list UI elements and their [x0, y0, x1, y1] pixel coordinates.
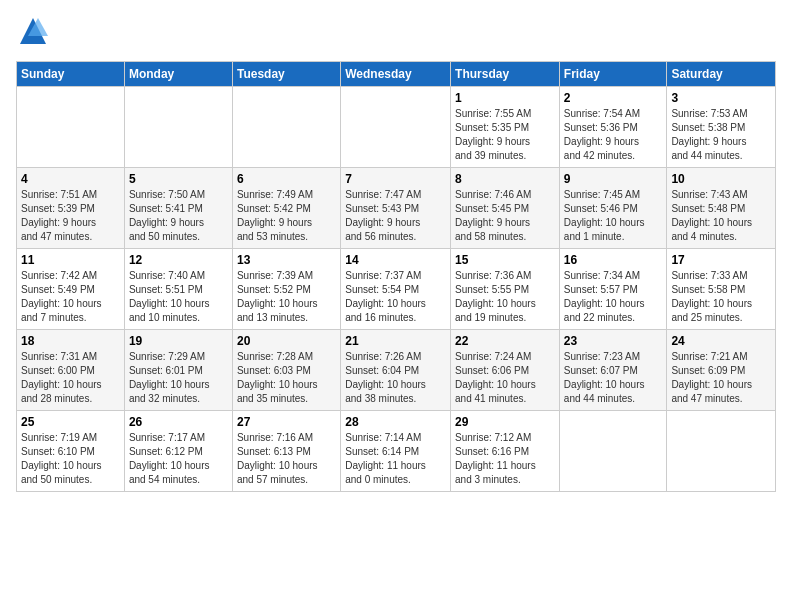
calendar-cell [341, 87, 451, 168]
calendar-cell [667, 411, 776, 492]
day-info: Sunrise: 7:28 AMSunset: 6:03 PMDaylight:… [237, 350, 336, 406]
day-number: 3 [671, 91, 771, 105]
day-info: Sunrise: 7:42 AMSunset: 5:49 PMDaylight:… [21, 269, 120, 325]
day-info: Sunrise: 7:43 AMSunset: 5:48 PMDaylight:… [671, 188, 771, 244]
calendar-cell: 12Sunrise: 7:40 AMSunset: 5:51 PMDayligh… [124, 249, 232, 330]
calendar-day-header: Friday [559, 62, 667, 87]
calendar-cell: 29Sunrise: 7:12 AMSunset: 6:16 PMDayligh… [451, 411, 560, 492]
day-number: 26 [129, 415, 228, 429]
calendar-cell: 18Sunrise: 7:31 AMSunset: 6:00 PMDayligh… [17, 330, 125, 411]
day-info: Sunrise: 7:24 AMSunset: 6:06 PMDaylight:… [455, 350, 555, 406]
day-info: Sunrise: 7:40 AMSunset: 5:51 PMDaylight:… [129, 269, 228, 325]
calendar-cell: 15Sunrise: 7:36 AMSunset: 5:55 PMDayligh… [451, 249, 560, 330]
page-header [16, 16, 776, 51]
day-info: Sunrise: 7:39 AMSunset: 5:52 PMDaylight:… [237, 269, 336, 325]
calendar-cell: 7Sunrise: 7:47 AMSunset: 5:43 PMDaylight… [341, 168, 451, 249]
day-info: Sunrise: 7:54 AMSunset: 5:36 PMDaylight:… [564, 107, 663, 163]
day-number: 28 [345, 415, 446, 429]
calendar-cell: 13Sunrise: 7:39 AMSunset: 5:52 PMDayligh… [232, 249, 340, 330]
day-number: 1 [455, 91, 555, 105]
calendar-cell: 5Sunrise: 7:50 AMSunset: 5:41 PMDaylight… [124, 168, 232, 249]
calendar-cell: 24Sunrise: 7:21 AMSunset: 6:09 PMDayligh… [667, 330, 776, 411]
calendar-table: SundayMondayTuesdayWednesdayThursdayFrid… [16, 61, 776, 492]
calendar-week-row: 11Sunrise: 7:42 AMSunset: 5:49 PMDayligh… [17, 249, 776, 330]
day-number: 27 [237, 415, 336, 429]
calendar-cell: 8Sunrise: 7:46 AMSunset: 5:45 PMDaylight… [451, 168, 560, 249]
calendar-day-header: Saturday [667, 62, 776, 87]
day-number: 17 [671, 253, 771, 267]
day-info: Sunrise: 7:37 AMSunset: 5:54 PMDaylight:… [345, 269, 446, 325]
calendar-cell: 4Sunrise: 7:51 AMSunset: 5:39 PMDaylight… [17, 168, 125, 249]
calendar-cell: 10Sunrise: 7:43 AMSunset: 5:48 PMDayligh… [667, 168, 776, 249]
calendar-day-header: Monday [124, 62, 232, 87]
day-number: 2 [564, 91, 663, 105]
calendar-cell: 16Sunrise: 7:34 AMSunset: 5:57 PMDayligh… [559, 249, 667, 330]
logo-text [16, 16, 48, 51]
day-number: 23 [564, 334, 663, 348]
calendar-cell: 17Sunrise: 7:33 AMSunset: 5:58 PMDayligh… [667, 249, 776, 330]
day-info: Sunrise: 7:19 AMSunset: 6:10 PMDaylight:… [21, 431, 120, 487]
calendar-day-header: Sunday [17, 62, 125, 87]
day-info: Sunrise: 7:50 AMSunset: 5:41 PMDaylight:… [129, 188, 228, 244]
day-info: Sunrise: 7:21 AMSunset: 6:09 PMDaylight:… [671, 350, 771, 406]
day-number: 21 [345, 334, 446, 348]
day-info: Sunrise: 7:17 AMSunset: 6:12 PMDaylight:… [129, 431, 228, 487]
calendar-cell: 1Sunrise: 7:55 AMSunset: 5:35 PMDaylight… [451, 87, 560, 168]
logo [16, 16, 48, 51]
day-number: 10 [671, 172, 771, 186]
day-info: Sunrise: 7:23 AMSunset: 6:07 PMDaylight:… [564, 350, 663, 406]
calendar-cell: 11Sunrise: 7:42 AMSunset: 5:49 PMDayligh… [17, 249, 125, 330]
calendar-header-row: SundayMondayTuesdayWednesdayThursdayFrid… [17, 62, 776, 87]
day-info: Sunrise: 7:55 AMSunset: 5:35 PMDaylight:… [455, 107, 555, 163]
calendar-cell: 23Sunrise: 7:23 AMSunset: 6:07 PMDayligh… [559, 330, 667, 411]
day-info: Sunrise: 7:36 AMSunset: 5:55 PMDaylight:… [455, 269, 555, 325]
day-number: 7 [345, 172, 446, 186]
calendar-cell: 25Sunrise: 7:19 AMSunset: 6:10 PMDayligh… [17, 411, 125, 492]
day-info: Sunrise: 7:46 AMSunset: 5:45 PMDaylight:… [455, 188, 555, 244]
day-number: 12 [129, 253, 228, 267]
calendar-cell: 9Sunrise: 7:45 AMSunset: 5:46 PMDaylight… [559, 168, 667, 249]
calendar-cell: 26Sunrise: 7:17 AMSunset: 6:12 PMDayligh… [124, 411, 232, 492]
calendar-week-row: 18Sunrise: 7:31 AMSunset: 6:00 PMDayligh… [17, 330, 776, 411]
calendar-cell: 20Sunrise: 7:28 AMSunset: 6:03 PMDayligh… [232, 330, 340, 411]
calendar-cell: 28Sunrise: 7:14 AMSunset: 6:14 PMDayligh… [341, 411, 451, 492]
day-number: 25 [21, 415, 120, 429]
calendar-cell: 3Sunrise: 7:53 AMSunset: 5:38 PMDaylight… [667, 87, 776, 168]
day-number: 4 [21, 172, 120, 186]
day-number: 15 [455, 253, 555, 267]
day-number: 11 [21, 253, 120, 267]
day-number: 14 [345, 253, 446, 267]
day-number: 9 [564, 172, 663, 186]
day-info: Sunrise: 7:33 AMSunset: 5:58 PMDaylight:… [671, 269, 771, 325]
day-info: Sunrise: 7:49 AMSunset: 5:42 PMDaylight:… [237, 188, 336, 244]
day-info: Sunrise: 7:31 AMSunset: 6:00 PMDaylight:… [21, 350, 120, 406]
calendar-body: 1Sunrise: 7:55 AMSunset: 5:35 PMDaylight… [17, 87, 776, 492]
calendar-day-header: Tuesday [232, 62, 340, 87]
day-number: 19 [129, 334, 228, 348]
day-number: 18 [21, 334, 120, 348]
day-info: Sunrise: 7:16 AMSunset: 6:13 PMDaylight:… [237, 431, 336, 487]
calendar-cell: 2Sunrise: 7:54 AMSunset: 5:36 PMDaylight… [559, 87, 667, 168]
day-number: 22 [455, 334, 555, 348]
day-info: Sunrise: 7:29 AMSunset: 6:01 PMDaylight:… [129, 350, 228, 406]
calendar-cell: 14Sunrise: 7:37 AMSunset: 5:54 PMDayligh… [341, 249, 451, 330]
calendar-cell [124, 87, 232, 168]
calendar-week-row: 4Sunrise: 7:51 AMSunset: 5:39 PMDaylight… [17, 168, 776, 249]
calendar-cell: 19Sunrise: 7:29 AMSunset: 6:01 PMDayligh… [124, 330, 232, 411]
day-number: 29 [455, 415, 555, 429]
calendar-cell [232, 87, 340, 168]
day-number: 24 [671, 334, 771, 348]
day-info: Sunrise: 7:47 AMSunset: 5:43 PMDaylight:… [345, 188, 446, 244]
calendar-week-row: 25Sunrise: 7:19 AMSunset: 6:10 PMDayligh… [17, 411, 776, 492]
calendar-day-header: Thursday [451, 62, 560, 87]
calendar-cell [17, 87, 125, 168]
calendar-cell: 22Sunrise: 7:24 AMSunset: 6:06 PMDayligh… [451, 330, 560, 411]
calendar-cell: 27Sunrise: 7:16 AMSunset: 6:13 PMDayligh… [232, 411, 340, 492]
day-number: 20 [237, 334, 336, 348]
day-info: Sunrise: 7:26 AMSunset: 6:04 PMDaylight:… [345, 350, 446, 406]
day-number: 13 [237, 253, 336, 267]
calendar-cell [559, 411, 667, 492]
calendar-cell: 6Sunrise: 7:49 AMSunset: 5:42 PMDaylight… [232, 168, 340, 249]
calendar-week-row: 1Sunrise: 7:55 AMSunset: 5:35 PMDaylight… [17, 87, 776, 168]
day-info: Sunrise: 7:53 AMSunset: 5:38 PMDaylight:… [671, 107, 771, 163]
